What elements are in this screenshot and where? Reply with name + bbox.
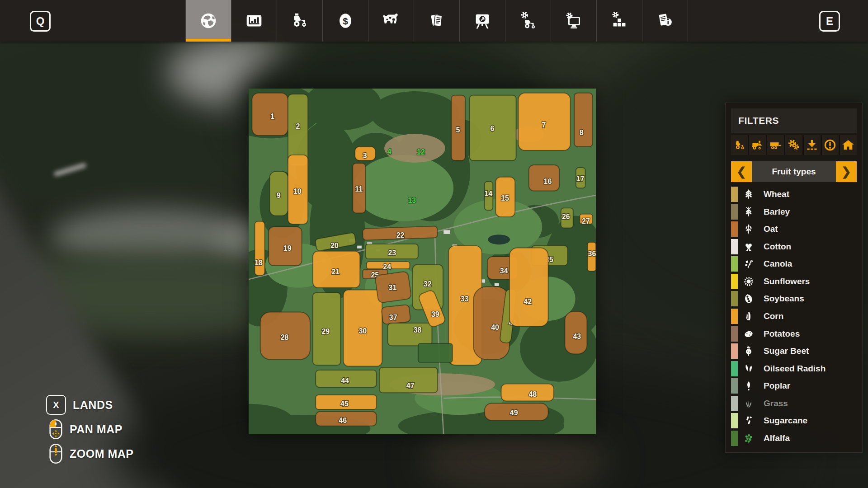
crop-swatch-oilseed-radish (731, 361, 738, 376)
category-prev-button[interactable]: ❮ (731, 161, 752, 182)
crop-row-oat[interactable]: Oat (731, 221, 857, 238)
crop-row-wheat[interactable]: Wheat (731, 186, 857, 203)
sugarcane-icon (742, 414, 755, 427)
map-screen: Q $ E (0, 0, 868, 488)
wheat-icon (742, 188, 755, 201)
top-menu-bar: Q $ E (0, 0, 868, 42)
crop-label-oilseed-radish: Oilseed Radish (764, 364, 826, 374)
crop-row-sugarcane[interactable]: Sugarcane (731, 412, 857, 430)
field-number-40: 40 (491, 324, 499, 331)
tab-game-settings[interactable] (551, 0, 596, 42)
field-number-23: 23 (388, 249, 396, 257)
crop-swatch-potatoes (731, 326, 738, 342)
warning-filter-button[interactable] (822, 135, 839, 155)
field-number-17: 17 (576, 175, 585, 183)
lands-hint-row: X LANDS (46, 395, 134, 415)
tab-finances[interactable]: $ (322, 0, 368, 42)
zoom-map-hint-row: ZOOM MAP (46, 444, 134, 464)
crop-label-canola: Canola (764, 259, 792, 269)
download-filter-button[interactable] (804, 135, 821, 155)
tab-general-settings[interactable] (596, 0, 642, 42)
field-number-45: 45 (340, 400, 349, 408)
tab-contracts[interactable] (414, 0, 459, 42)
field-number-36: 36 (588, 250, 596, 258)
prev-tab-keyhint: Q (30, 11, 51, 32)
globe-icon (198, 10, 219, 31)
svg-text:$: $ (343, 16, 348, 26)
crop-row-potatoes[interactable]: Potatoes (731, 325, 857, 343)
field-number-2: 2 (296, 122, 300, 130)
field-number-9: 9 (277, 192, 281, 199)
crop-row-oilseed-radish[interactable]: Oilseed Radish (731, 360, 857, 377)
field-area-48 (501, 384, 554, 401)
farm-map[interactable]: 1234567891011121314151617181920212223242… (249, 89, 596, 434)
field-number-39: 39 (431, 310, 439, 318)
crop-swatch-oat (731, 221, 738, 237)
crop-row-corn[interactable]: Corn (731, 308, 857, 325)
field-number-15: 15 (501, 194, 509, 202)
crop-row-poplar[interactable]: Poplar (731, 377, 857, 395)
gears-filter-button[interactable] (785, 135, 802, 155)
field-number-33: 33 (461, 295, 469, 303)
document-info-icon (655, 10, 675, 31)
contracts-icon (426, 10, 447, 31)
potatoes-icon (742, 327, 755, 341)
tab-map[interactable] (185, 0, 231, 42)
crop-row-barley[interactable]: Barley (731, 203, 857, 221)
field-number-20: 20 (330, 242, 339, 249)
house-filter-button[interactable] (840, 135, 857, 155)
warning-filter-icon (824, 139, 836, 151)
crop-row-cotton[interactable]: Cotton (731, 238, 857, 256)
crop-row-soybeans[interactable]: Soybeans (731, 290, 857, 308)
mouse-pan-icon (49, 419, 63, 440)
category-next-button[interactable]: ❯ (836, 161, 857, 182)
cow-icon (381, 10, 401, 31)
oat-icon (742, 222, 755, 236)
crop-swatch-sugar-beet (731, 343, 738, 359)
harvester-filter-button[interactable] (749, 135, 766, 155)
tab-production[interactable] (459, 0, 505, 42)
tab-help[interactable] (642, 0, 688, 42)
blocks-gear-icon (609, 10, 630, 31)
crop-row-canola[interactable]: Canola (731, 255, 857, 273)
crop-row-sunflowers[interactable]: Sunflowers (731, 273, 857, 291)
crop-row-alfalfa[interactable]: Alfalfa (731, 429, 857, 447)
crop-label-grass: Grass (764, 399, 788, 408)
field-number-47: 47 (406, 382, 415, 389)
input-hints: X LANDS PAN MAP (46, 395, 134, 468)
tab-statistics[interactable] (231, 0, 277, 42)
crop-swatch-poplar (731, 378, 738, 394)
category-label: Fruit types (752, 161, 836, 182)
crop-swatch-sugarcane (731, 413, 738, 428)
sugar-beet-icon (742, 344, 755, 358)
field-number-5: 5 (456, 126, 460, 134)
tab-animals[interactable] (368, 0, 414, 42)
field-number-3: 3 (363, 152, 367, 160)
tab-ai-workers[interactable] (505, 0, 551, 42)
field-number-43: 43 (573, 333, 581, 340)
field-number-8: 8 (580, 129, 584, 136)
field-number-12: 12 (417, 148, 425, 156)
tractor-icon (289, 10, 310, 31)
zoom-map-label: ZOOM MAP (70, 447, 134, 460)
crop-label-sunflowers: Sunflowers (764, 277, 810, 286)
tractor-filter-button[interactable] (731, 135, 748, 155)
mouse-zoom-icon (49, 443, 63, 464)
field-number-38: 38 (414, 326, 422, 334)
crop-row-sugar-beet[interactable]: Sugar Beet (731, 343, 857, 360)
field-number-34: 34 (500, 267, 508, 275)
crop-row-grass[interactable]: Grass (731, 394, 857, 412)
field-number-6: 6 (491, 125, 495, 132)
crop-label-corn: Corn (764, 311, 783, 321)
crop-label-wheat: Wheat (764, 189, 789, 199)
poplar-icon (742, 379, 755, 393)
crop-swatch-canola (731, 256, 738, 272)
lands-keyhint: X (46, 395, 66, 415)
trailer-filter-button[interactable] (767, 135, 784, 155)
field-number-37: 37 (389, 314, 397, 321)
field-number-32: 32 (424, 280, 432, 288)
field-number-28: 28 (281, 333, 289, 341)
tab-vehicles[interactable] (277, 0, 322, 42)
field-number-7: 7 (542, 121, 546, 129)
field-area-8 (574, 93, 592, 147)
